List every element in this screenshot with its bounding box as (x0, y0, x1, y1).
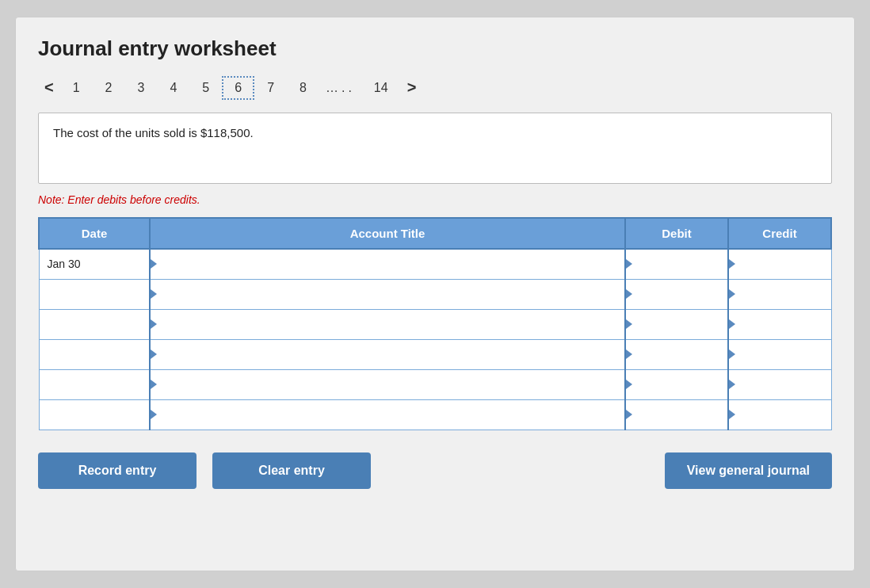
account-cell-4[interactable] (150, 339, 625, 369)
table-row (39, 279, 831, 309)
credit-cell-5[interactable] (728, 369, 831, 399)
credit-cell-4[interactable] (728, 339, 831, 369)
debit-cell-5[interactable] (625, 369, 728, 399)
table-row (39, 369, 831, 399)
nav-prev-arrow[interactable]: < (38, 75, 60, 100)
arrow-icon (626, 380, 632, 389)
clear-entry-button[interactable]: Clear entry (212, 452, 371, 489)
date-cell-1[interactable]: Jan 30 (39, 249, 150, 279)
tab-7[interactable]: 7 (254, 76, 287, 100)
arrow-icon (626, 319, 632, 329)
page-title: Journal entry worksheet (38, 36, 832, 61)
date-cell-5[interactable] (39, 369, 150, 399)
table-row (39, 309, 831, 339)
account-cell-6[interactable] (150, 399, 625, 430)
tab-navigation: < 1 2 3 4 5 6 7 8 ….. 14 > (38, 75, 832, 100)
tab-14[interactable]: 14 (361, 76, 401, 100)
table-row: Jan 30 (39, 249, 831, 279)
description-box: The cost of the units sold is $118,500. (38, 113, 832, 184)
arrow-icon (729, 259, 735, 269)
arrow-icon (151, 349, 157, 359)
tab-3[interactable]: 3 (125, 76, 158, 100)
tab-1[interactable]: 1 (60, 76, 93, 100)
note-text: Note: Enter debits before credits. (38, 193, 832, 206)
arrow-icon (151, 289, 157, 299)
arrow-icon (626, 259, 632, 269)
arrow-icon (626, 289, 632, 299)
view-general-journal-button[interactable]: View general journal (665, 452, 832, 489)
account-cell-2[interactable] (150, 279, 625, 309)
arrow-icon (151, 380, 157, 389)
tab-4[interactable]: 4 (157, 76, 189, 100)
date-cell-3[interactable] (39, 309, 150, 339)
account-cell-3[interactable] (150, 309, 625, 339)
tab-dots: ….. (319, 76, 361, 100)
account-cell-1[interactable] (150, 249, 625, 279)
tab-8[interactable]: 8 (287, 76, 319, 100)
arrow-icon (151, 319, 157, 329)
debit-cell-3[interactable] (625, 309, 728, 339)
date-cell-2[interactable] (39, 279, 150, 309)
credit-cell-3[interactable] (728, 309, 831, 339)
arrow-icon (626, 410, 632, 419)
debit-cell-4[interactable] (625, 339, 728, 369)
table-row (39, 339, 831, 369)
table-row (39, 399, 831, 430)
header-credit: Credit (728, 218, 831, 249)
debit-cell-2[interactable] (625, 279, 728, 309)
tab-5[interactable]: 5 (189, 76, 222, 100)
worksheet-container: Journal entry worksheet < 1 2 3 4 5 6 7 … (15, 17, 855, 571)
arrow-icon (151, 410, 157, 419)
arrow-icon (729, 410, 735, 419)
description-text: The cost of the units sold is $118,500. (53, 126, 254, 139)
buttons-row: Record entry Clear entry View general jo… (38, 452, 832, 489)
tab-2[interactable]: 2 (93, 76, 125, 100)
credit-cell-1[interactable] (728, 249, 831, 279)
tab-6[interactable]: 6 (222, 76, 254, 100)
date-cell-6[interactable] (39, 399, 150, 430)
credit-cell-6[interactable] (728, 399, 831, 430)
arrow-icon (729, 349, 735, 359)
account-cell-5[interactable] (150, 369, 625, 399)
credit-cell-2[interactable] (728, 279, 831, 309)
header-account: Account Title (150, 218, 625, 249)
arrow-icon (729, 380, 735, 389)
debit-cell-6[interactable] (625, 399, 728, 430)
record-entry-button[interactable]: Record entry (38, 452, 197, 489)
header-date: Date (39, 218, 150, 249)
date-cell-4[interactable] (39, 339, 150, 369)
journal-table: Date Account Title Debit Credit Jan 30 (38, 217, 832, 430)
arrow-icon (626, 349, 632, 359)
header-debit: Debit (625, 218, 728, 249)
arrow-icon (729, 289, 735, 299)
nav-next-arrow[interactable]: > (401, 75, 423, 100)
arrow-icon (729, 319, 735, 329)
arrow-icon (151, 259, 157, 269)
debit-cell-1[interactable] (625, 249, 728, 279)
